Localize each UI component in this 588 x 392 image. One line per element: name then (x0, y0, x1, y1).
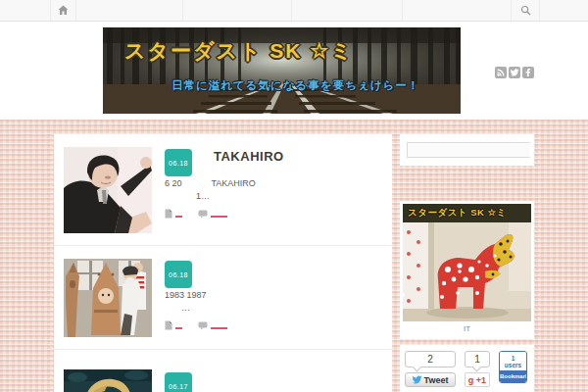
hatena-count-users: users (500, 362, 526, 368)
post-item-2: 06.18 1983 1987 … (54, 246, 392, 350)
home-icon (58, 5, 69, 16)
twitter-link[interactable] (509, 67, 520, 78)
rss-link[interactable] (495, 67, 507, 78)
category-link[interactable] (175, 327, 182, 329)
post-list: 06.18 TAKAHIRO 6 20TAKAHIRO 1… (54, 134, 392, 392)
tweet-button[interactable]: Tweet (405, 372, 456, 387)
sidebar-widget-title: スターダスト SK ☆ミ (403, 204, 531, 222)
rss-icon (497, 69, 505, 76)
topbar-cell (0, 0, 51, 21)
post-1-content: 06.18 TAKAHIRO 6 20TAKAHIRO 1… (165, 147, 380, 233)
post-3-date-badge: 06.17 (165, 372, 192, 392)
tweet-button-label: Tweet (424, 375, 449, 385)
twitter-icon (511, 69, 519, 76)
category-icon (165, 320, 172, 330)
post-1-excerpt-line2: 1… (196, 190, 380, 203)
post-2-excerpt: 1983 1987 … (165, 289, 380, 315)
search-icon (520, 5, 531, 16)
topbar-cell (540, 0, 588, 21)
topbar-cell (183, 0, 292, 21)
gplus-share-module: 1 g +1 (465, 351, 490, 387)
post-2-meta (165, 320, 380, 330)
facebook-link[interactable] (522, 67, 534, 78)
category-link[interactable] (175, 216, 182, 218)
post-2-thumbnail-image-clay-costumes (64, 259, 152, 337)
hatena-button-label: Bookmark (500, 370, 526, 382)
sidebar-widget-caption: IT (403, 321, 531, 337)
post-1-title-link[interactable]: TAKAHIRO (214, 146, 284, 164)
site-header: スターダスト SK ☆ミ 日常に溢れてる気になる事を要ちぇけらー！ (0, 22, 588, 120)
post-3-thumbnail-image-soccer-player (64, 369, 152, 392)
post-2-date-badge: 06.18 (165, 261, 192, 288)
sidebar: スターダスト SK ☆ミ (400, 134, 534, 392)
post-2-thumbnail[interactable] (64, 259, 152, 337)
post-item-3: 06.17 (54, 350, 392, 392)
home-button[interactable] (51, 0, 76, 21)
content-area: 06.18 TAKAHIRO 6 20TAKAHIRO 1… (0, 120, 588, 392)
tweet-count[interactable]: 2 (405, 351, 456, 368)
post-3-thumbnail[interactable] (64, 369, 152, 392)
hatena-count: 1 users (500, 352, 526, 370)
share-buttons: 2 Tweet 1 g +1 1 users (400, 345, 534, 392)
site-title: スターダスト SK ☆ミ (124, 37, 354, 65)
post-1-meta (165, 209, 380, 219)
top-navigation-bar (0, 0, 588, 22)
post-item-1: 06.18 TAKAHIRO 6 20TAKAHIRO 1… (54, 134, 392, 246)
site-subtitle: 日常に溢れてる気になる事を要ちぇけらー！ (172, 78, 419, 93)
twitter-bird-icon (413, 375, 422, 384)
gplus-button[interactable]: g +1 (465, 372, 490, 387)
page: スターダスト SK ☆ミ 日常に溢れてる気になる事を要ちぇけらー！ (0, 0, 588, 392)
category-icon (165, 209, 172, 219)
post-1-thumbnail[interactable] (64, 147, 152, 233)
comments-icon (198, 210, 208, 219)
site-banner-link[interactable]: スターダスト SK ☆ミ 日常に溢れてる気になる事を要ちぇけらー！ (103, 27, 461, 114)
topbar-cell (292, 0, 403, 21)
twitter-share-module: 2 Tweet (405, 351, 456, 387)
comments-link[interactable] (211, 216, 227, 218)
post-1-excerpt-a: 6 20 (165, 178, 182, 188)
hatena-bookmark-button[interactable]: 1 users Bookmark (499, 351, 527, 383)
facebook-icon (524, 69, 532, 76)
post-2-content: 06.18 1983 1987 … (165, 259, 380, 337)
post-1-excerpt: 6 20TAKAHIRO 1… (165, 177, 380, 203)
sidebar-banner-widget: スターダスト SK ☆ミ (400, 201, 534, 339)
post-1-excerpt-b: TAKAHIRO (212, 178, 256, 188)
search-toggle-button[interactable] (512, 0, 540, 21)
topbar-cell (403, 0, 512, 21)
post-3-content: 06.17 (165, 369, 380, 392)
gplus-count[interactable]: 1 (465, 351, 490, 368)
comments-link[interactable] (211, 327, 227, 329)
comments-icon (198, 321, 208, 330)
social-links (495, 67, 534, 78)
sidebar-widget-image-link[interactable] (403, 222, 531, 321)
post-2-excerpt-line2: … (181, 302, 380, 315)
post-1-thumbnail-image-man-gesturing (64, 147, 152, 233)
post-1-date-badge: 06.18 (165, 149, 192, 176)
post-2-excerpt-a: 1983 1987 (165, 290, 207, 300)
sidebar-search-widget (400, 134, 534, 166)
topbar-cell (76, 0, 183, 21)
hatena-count-number: 1 (500, 355, 526, 362)
polka-dot-dog-sculpture-image (403, 222, 531, 321)
search-input[interactable] (407, 142, 530, 158)
